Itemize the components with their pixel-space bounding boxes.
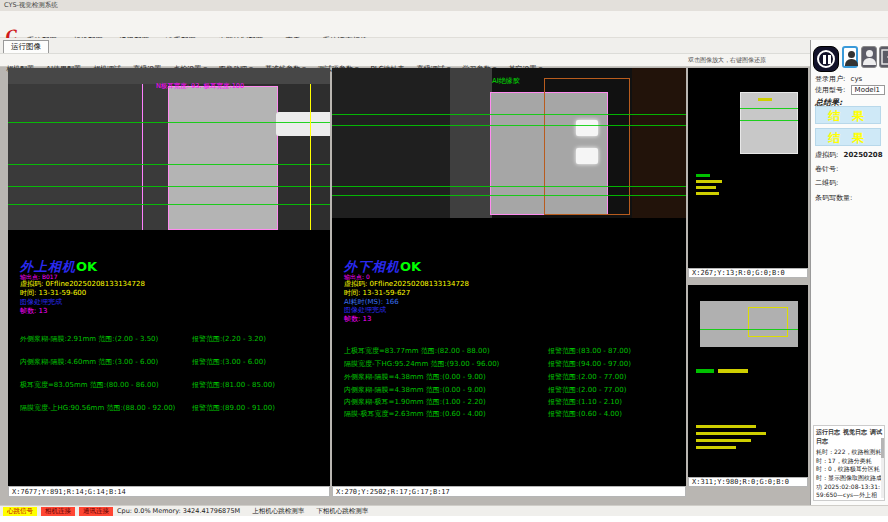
machine-body	[8, 84, 168, 230]
camera-name-label: 外下相机	[344, 259, 400, 274]
preview-panel-top[interactable]	[688, 68, 808, 268]
measure-text: 隔膜宽度-下HG:95.24mm 范围:(93.00 - 96.00)	[344, 359, 499, 369]
yellow-annotation	[696, 425, 756, 428]
camera-panel-outer-upper[interactable]: N极耳宽度: 93. 极耳宽度:100 外上相机OK 输出点: B017 虚拟码…	[8, 68, 330, 486]
menu-bar: C 系统配置 相机配置 通讯配置 IO手配置 ▾ 光源控制配置 ▾ 查看 ▾ 系…	[0, 11, 888, 38]
measurement-row: 内侧浆糊-隔膜:4.60mm 范围:(3.00 - 6.00) 报警范围:(3.…	[20, 357, 324, 367]
model-label: 使用型号:	[815, 86, 845, 94]
measure-text: 内侧浆糊-隔膜=4.38mm 范围:(0.00 - 9.00)	[344, 385, 486, 395]
scrollbar-thumb[interactable]	[881, 438, 884, 458]
yellow-annotation	[696, 446, 736, 449]
yellow-guide-line	[310, 84, 311, 230]
preview-hint-text: 双击图像放大，右键图像还原	[688, 56, 808, 65]
camera-image-outer-upper[interactable]: N极耳宽度: 93. 极耳宽度:100	[8, 68, 330, 230]
preview-image-region	[740, 92, 798, 154]
alarm-range: 报警范围:(2.20 - 3.20)	[192, 334, 324, 344]
tab-connector	[276, 112, 330, 136]
camera-connection-badge: 相机连接	[41, 507, 75, 516]
alarm-range: 报警范围:(0.60 - 4.00)	[548, 409, 680, 419]
status-ok-label: OK	[400, 259, 421, 274]
green-guide-line	[740, 120, 798, 121]
measurement-row: 极耳宽度=83.05mm 范围:(80.00 - 86.00) 报警范围:(81…	[20, 380, 324, 390]
green-guide-line	[700, 329, 798, 330]
log-text: 耗时：222，纹路检测耗时：17，纹路分类耗时：0，纹路极耳分区耗时：显示图像取…	[816, 448, 882, 501]
status-bar: 心跳信号 相机连接 通讯连接 Cpu: 0.0% Memory: 3424.41…	[0, 505, 888, 516]
yellow-annotation	[696, 192, 719, 195]
switch-user-button[interactable]	[861, 46, 877, 68]
yellow-annotation	[696, 439, 751, 442]
camera-name-label: 外上相机	[20, 259, 76, 274]
bright-blob	[576, 120, 598, 136]
camera-panel-outer-lower[interactable]: AI绝缘胶 外下相机OK 输出点: 0 虚拟码: 0Ffline20250208…	[332, 68, 686, 486]
measure-text: 隔膜-极耳宽度=2.63mm 范围:(0.60 - 4.00)	[344, 409, 486, 419]
window-title: CYS-视觉检测系统	[4, 1, 58, 9]
pause-icon	[817, 50, 835, 68]
alarm-range: 报警范围:(83.00 - 87.00)	[548, 346, 680, 356]
image-annotation-label: AI绝缘胶	[492, 76, 520, 86]
coords-readout-left: X:7677;Y:891;R:14;G:14;B:14	[8, 486, 330, 497]
camera-image-outer-lower[interactable]: AI绝缘胶	[332, 68, 686, 218]
model-row: 使用型号: Model1	[815, 85, 885, 95]
result-box-2: 结 果	[815, 128, 881, 146]
yellow-roi-box	[748, 307, 788, 337]
green-annotation	[696, 369, 714, 373]
green-guide-line	[8, 186, 330, 187]
green-guide-line	[332, 114, 686, 115]
alarm-range: 报警范围:(3.00 - 6.00)	[192, 357, 324, 367]
user-icon	[866, 50, 873, 57]
alarm-range: 报警范围:(2.00 - 77.00)	[548, 372, 680, 382]
measure-text: 内侧浆糊-极耳=1.90mm 范围:(1.00 - 2.20)	[344, 397, 486, 407]
login-user-value: cys	[851, 75, 863, 83]
login-user-label: 登录用户:	[815, 75, 845, 83]
preview-panel-bottom[interactable]	[688, 285, 808, 477]
bottom-margin	[0, 516, 888, 522]
model-select[interactable]: Model1	[851, 85, 885, 95]
alarm-range: 报警范围:(1.10 - 2.10)	[548, 397, 680, 407]
measurement-row: 内侧浆糊-隔膜=4.38mm 范围:(0.00 - 9.00) 报警范围:(2.…	[344, 385, 680, 395]
green-guide-line	[8, 204, 330, 205]
user-login-icon	[848, 51, 855, 58]
yellow-annotation	[696, 432, 766, 435]
yellow-annotation	[718, 369, 748, 373]
magenta-guide-line	[142, 84, 143, 230]
measurement-row: 隔膜宽度-下HG:95.24mm 范围:(93.00 - 96.00) 报警范围…	[344, 359, 680, 369]
virtual-code-row: 虚拟码: 20250208	[815, 150, 883, 160]
control-sidebar: 登录用户: cys 使用型号: Model1 总结果: 结 果 结 果 虚拟码:…	[810, 40, 888, 505]
measure-text: 极耳宽度=83.05mm 范围:(80.00 - 86.00)	[20, 380, 159, 390]
alarm-range: 报警范围:(2.00 - 77.00)	[548, 385, 680, 395]
measure-text: 内侧浆糊-隔膜:4.60mm 范围:(3.00 - 6.00)	[20, 357, 158, 367]
qr-code-label: 二维码:	[815, 178, 838, 188]
frame-count-line: 帧数: 13	[344, 314, 372, 324]
exit-button[interactable]	[879, 46, 888, 68]
coords-readout-preview-bottom: X:311;Y:980;R:0;G:0;B:0	[688, 477, 808, 487]
measure-text: 隔膜宽度-上HG:90.56mm 范围:(88.00 - 92.00)	[20, 403, 175, 413]
exit-door-icon	[881, 49, 888, 65]
log-tabs: 运行日志视觉日志调试日志	[816, 428, 882, 446]
measure-text: 上极耳宽度=83.77mm 范围:(82.00 - 88.00)	[344, 346, 490, 356]
yellow-annotation	[696, 180, 722, 183]
green-guide-line	[332, 125, 686, 126]
login-user-button[interactable]	[842, 46, 858, 68]
comm-connection-badge: 通讯连接	[79, 507, 113, 516]
yellow-annotation	[696, 186, 716, 189]
measure-text: 外侧浆糊-隔膜:2.91mm 范围:(2.00 - 3.50)	[20, 334, 158, 344]
green-annotation	[696, 174, 710, 177]
log-scrollbar[interactable]	[881, 438, 884, 498]
status-ok-label: OK	[76, 259, 97, 274]
barcode-count-label: 条码写数量:	[815, 193, 852, 203]
coords-readout-preview-top: X:267;Y:13;R:0;G:0;B:0	[688, 268, 808, 278]
green-guide-line	[8, 122, 330, 123]
virtual-code-label: 虚拟码:	[815, 151, 838, 159]
app-window: CYS-视觉检测系统 C 系统配置 相机配置 通讯配置 IO手配置 ▾ 光源控制…	[0, 0, 888, 522]
heartbeat-status-badge: 心跳信号	[3, 507, 37, 516]
log-tab-vision[interactable]: 视觉日志	[843, 428, 867, 435]
result-box-1: 结 果	[815, 106, 881, 124]
upper-camera-heartbeat-label: 上相机心跳检测率	[252, 507, 304, 516]
alarm-range: 报警范围:(94.00 - 97.00)	[548, 359, 680, 369]
alarm-range: 报警范围:(81.00 - 85.00)	[192, 380, 324, 390]
log-panel[interactable]: 运行日志视觉日志调试日志 耗时：222，纹路检测耗时：17，纹路分类耗时：0，纹…	[813, 425, 885, 501]
log-tab-run[interactable]: 运行日志	[816, 428, 840, 435]
pause-button[interactable]	[813, 46, 839, 72]
cpu-memory-readout: Cpu: 0.0% Memory: 3424.41796875M	[117, 507, 240, 515]
coords-readout-center: X:270;Y:2502;R:17;G:17;B:17	[332, 486, 686, 497]
